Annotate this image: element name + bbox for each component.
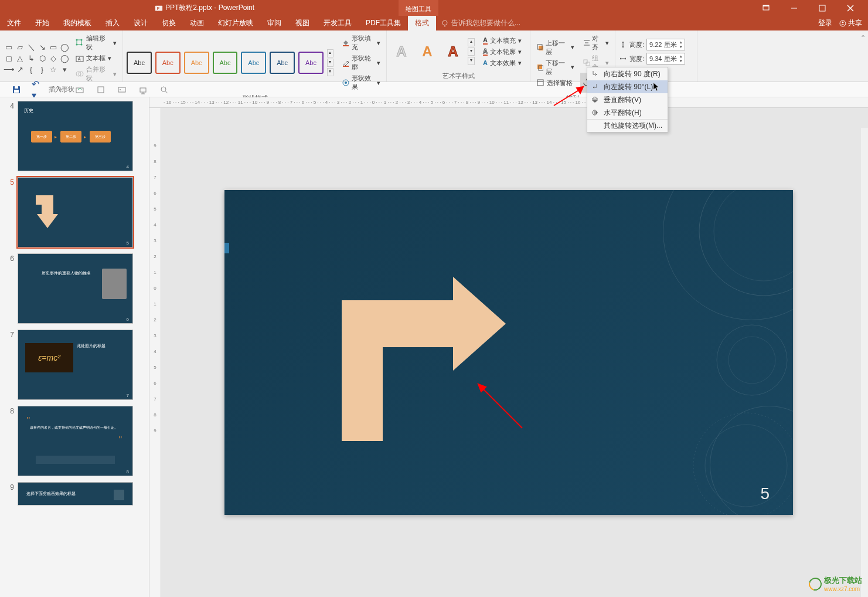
tab-transitions[interactable]: 切换	[155, 16, 183, 30]
flip-horizontal[interactable]: 水平翻转(H)	[587, 106, 668, 119]
svg-point-50	[699, 190, 793, 296]
shape-style-5[interactable]: Abc	[241, 52, 266, 74]
shape-style-3[interactable]: Abc	[184, 52, 209, 74]
tab-templates[interactable]: 我的模板	[56, 16, 98, 30]
tell-me-input[interactable]: 告诉我您想要做什么...	[441, 18, 520, 28]
wordart-style-2[interactable]: A	[416, 40, 438, 63]
file-name: PPT教程2.pptx - PowerPoint	[165, 3, 254, 13]
ribbon-options-button[interactable]	[754, 0, 778, 16]
shape-outline-button[interactable]: 形状轮廓 ▾	[339, 53, 383, 73]
thumbnail-slide-8[interactable]: " 该事件的名言，或支持你的论文或声明语句的一般引证。 " 8	[18, 406, 133, 476]
group-insert-shapes: 插入形状	[4, 84, 119, 95]
tab-format[interactable]: 格式	[408, 16, 436, 30]
svg-point-24	[345, 82, 347, 84]
wordart-gallery-up[interactable]: ▴	[468, 38, 475, 46]
align-button[interactable]: 对齐 ▾	[580, 33, 611, 53]
rotate-right-90[interactable]: 向右旋转 90 度(R)	[587, 67, 668, 80]
tab-slideshow[interactable]: 幻灯片放映	[211, 16, 260, 30]
height-input[interactable]: 9.22 厘米▴▾	[646, 39, 685, 50]
width-input[interactable]: 9.34 厘米▴▾	[646, 53, 685, 65]
tab-insert[interactable]: 插入	[98, 16, 127, 30]
svg-point-14	[81, 39, 83, 41]
svg-line-57	[554, 89, 581, 106]
svg-point-13	[76, 39, 78, 41]
svg-rect-12	[77, 40, 81, 45]
bring-forward-button[interactable]: 上移一层 ▾	[534, 38, 577, 57]
edit-shape-button[interactable]: 编辑形状 ▾	[73, 33, 119, 53]
tab-design[interactable]: 设计	[127, 16, 155, 30]
rotate-left-90[interactable]: 向左旋转 90°(L)	[587, 80, 668, 93]
tab-home[interactable]: 开始	[28, 16, 56, 30]
bucket-icon	[342, 39, 349, 47]
svg-rect-29	[537, 80, 543, 86]
wordart-style-1[interactable]: A	[390, 40, 413, 63]
ribbon: ▭▱＼↘▭◯ ◻△↳⬡◇◯ ⟶↗{}☆▾ 编辑形状 ▾ A文本框 ▾ 合并形状 …	[0, 30, 868, 82]
watermark: 极光下载站 www.xz7.com	[809, 575, 862, 592]
tab-developer[interactable]: 开发工具	[316, 16, 359, 30]
svg-point-54	[693, 413, 793, 515]
annotation-arrow-dropdown	[551, 85, 586, 108]
thumbnail-slide-5[interactable]: 5	[18, 177, 133, 247]
thumbnail-slide-9[interactable]: 选择下面剪贴画效果的标题	[18, 482, 133, 506]
shape-fill-button[interactable]: 形状填充 ▾	[339, 33, 383, 53]
height-label: 高度:	[629, 40, 644, 49]
login-link[interactable]: 登录	[818, 18, 832, 28]
title-bar: P PPT教程2.pptx - PowerPoint 绘图工具	[0, 0, 868, 16]
svg-rect-22	[343, 66, 349, 67]
svg-rect-35	[586, 62, 590, 66]
tab-pdf[interactable]: PDF工具集	[359, 16, 408, 30]
rotate-dropdown: 向右旋转 90 度(R) 向左旋转 90°(L) 垂直翻转(V) 水平翻转(H)…	[587, 67, 668, 133]
thumbnail-slide-4[interactable]: 历史 第一步 ▸ 第二步 ▸ 第三步 4	[18, 101, 133, 171]
shape-effects-button[interactable]: 形状效果 ▾	[339, 73, 383, 93]
group-wordart-styles: 艺术字样式	[390, 70, 526, 82]
style-gallery-up[interactable]: ▴	[327, 49, 333, 57]
svg-point-55	[705, 425, 787, 507]
text-effects-button[interactable]: A文本效果 ▾	[481, 57, 524, 69]
wordart-gallery-down[interactable]: ▾	[468, 48, 475, 56]
more-rotate-options[interactable]: 其他旋转选项(M)...	[587, 119, 668, 132]
thumbnail-slide-6[interactable]: 历史事件的重要人物的姓名 6	[18, 253, 133, 324]
svg-rect-3	[763, 5, 769, 6]
svg-point-44	[120, 89, 121, 90]
shape-style-6[interactable]: Abc	[270, 52, 295, 74]
text-fill-button[interactable]: A文本填充 ▾	[481, 35, 524, 46]
svg-line-56	[481, 387, 522, 428]
minimize-button[interactable]	[782, 0, 806, 16]
svg-rect-27	[537, 65, 542, 69]
text-outline-button[interactable]: A文本轮廓 ▾	[481, 46, 524, 57]
vertical-scrollbar[interactable]	[861, 128, 868, 597]
tab-animations[interactable]: 动画	[183, 16, 211, 30]
width-label: 宽度:	[629, 55, 644, 63]
flip-horizontal-icon	[591, 108, 599, 117]
flip-vertical[interactable]: 垂直翻转(V)	[587, 93, 668, 106]
share-icon	[839, 20, 846, 27]
decorative-circles-svg	[629, 190, 793, 515]
svg-point-53	[729, 337, 775, 384]
send-backward-button[interactable]: 下移一层 ▾	[534, 57, 577, 77]
text-box-button[interactable]: A文本框 ▾	[73, 53, 119, 64]
send-backward-icon	[536, 63, 543, 72]
close-button[interactable]	[839, 0, 862, 16]
tab-view[interactable]: 视图	[288, 16, 316, 30]
shape-style-7[interactable]: Abc	[298, 52, 324, 74]
svg-rect-43	[118, 87, 125, 92]
shape-style-2[interactable]: Abc	[155, 52, 181, 74]
thumbnail-slide-7[interactable]: ε=mc² 此处照片的标题 7	[18, 330, 133, 400]
shape-style-1[interactable]: Abc	[127, 52, 152, 74]
shapes-gallery[interactable]: ▭▱＼↘▭◯ ◻△↳⬡◇◯ ⟶↗{}☆▾	[4, 42, 70, 75]
merge-shapes-button[interactable]: 合并形状 ▾	[73, 64, 119, 84]
thumbnail-number: 7	[6, 330, 14, 339]
slide-canvas[interactable]: 5	[224, 190, 793, 515]
ribbon-collapse[interactable]: ⌃	[860, 34, 866, 42]
tab-file[interactable]: 文件	[0, 16, 28, 30]
shape-style-4[interactable]: Abc	[213, 52, 238, 74]
align-icon	[583, 39, 590, 47]
maximize-button[interactable]	[811, 0, 834, 16]
style-gallery-down[interactable]: ▾	[327, 59, 333, 67]
share-button[interactable]: 共享	[839, 18, 862, 28]
wordart-gallery-more[interactable]: ▾	[468, 57, 475, 65]
style-gallery-more[interactable]: ▾	[327, 68, 333, 76]
wordart-style-3[interactable]: A	[442, 40, 464, 63]
svg-point-52	[717, 325, 787, 395]
tab-review[interactable]: 审阅	[260, 16, 288, 30]
